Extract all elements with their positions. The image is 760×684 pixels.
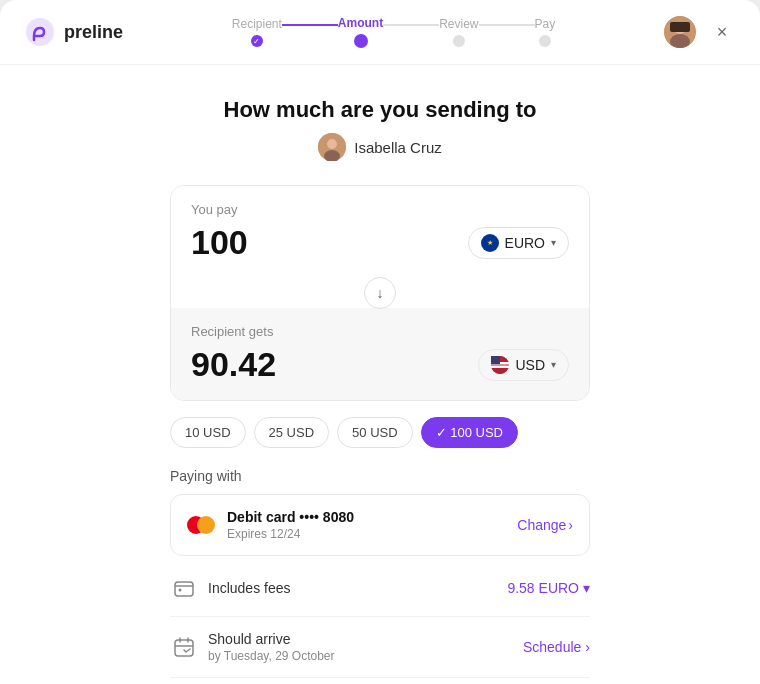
amount-card: You pay 100 ★ EURO ▾ ↓ Recipient gets 90… bbox=[170, 185, 590, 401]
step-pay-label: Pay bbox=[535, 17, 556, 31]
mastercard-right-circle bbox=[197, 516, 215, 534]
delivery-icon bbox=[170, 633, 198, 661]
fees-icon bbox=[170, 574, 198, 602]
swap-button[interactable]: ↓ bbox=[364, 277, 396, 309]
mastercard-icon bbox=[187, 516, 215, 534]
logo: preline bbox=[24, 16, 123, 48]
quick-amounts: 10 USD 25 USD 50 USD ✓ 100 USD bbox=[170, 417, 590, 448]
svg-rect-10 bbox=[491, 365, 509, 368]
close-button[interactable]: × bbox=[708, 18, 736, 46]
connector-3 bbox=[479, 24, 535, 26]
schedule-button[interactable]: Schedule › bbox=[523, 639, 590, 655]
step-pay-dot bbox=[539, 35, 551, 47]
recipient-gets-label: Recipient gets bbox=[191, 324, 569, 339]
modal-container: preline Recipient ✓ Amount Review Pay bbox=[0, 0, 760, 684]
avatar bbox=[664, 16, 696, 48]
you-pay-amount: 100 bbox=[191, 223, 248, 262]
schedule-chevron-icon: › bbox=[585, 639, 590, 655]
step-review-label: Review bbox=[439, 17, 478, 31]
header-right: × bbox=[664, 16, 736, 48]
svg-point-6 bbox=[327, 139, 337, 149]
recipient-gets-amount: 90.42 bbox=[191, 345, 276, 384]
recipient-gets-row: 90.42 USD ▾ bbox=[191, 345, 569, 384]
delivery-row: Should arrive by Tuesday, 29 October Sch… bbox=[170, 617, 590, 678]
step-amount-label: Amount bbox=[338, 16, 383, 30]
logo-text: preline bbox=[64, 22, 123, 43]
usd-chevron-icon: ▾ bbox=[551, 359, 556, 370]
page-title: How much are you sending to bbox=[224, 97, 537, 123]
recipient-name: Isabella Cruz bbox=[354, 139, 442, 156]
fees-amount: 9.58 EURO bbox=[507, 580, 579, 596]
fees-label: Includes fees bbox=[208, 580, 291, 596]
logo-icon bbox=[24, 16, 56, 48]
usd-currency-selector[interactable]: USD ▾ bbox=[478, 349, 569, 381]
paying-with-section: Paying with Debit card •••• 8080 Expires… bbox=[170, 468, 590, 556]
swap-row: ↓ bbox=[171, 277, 589, 309]
quick-25-button[interactable]: 25 USD bbox=[254, 417, 330, 448]
you-pay-row: 100 ★ EURO ▾ bbox=[191, 223, 569, 262]
step-pay: Pay bbox=[535, 17, 556, 47]
svg-rect-14 bbox=[175, 640, 193, 656]
info-rows: Includes fees 9.58 EURO ▾ bbox=[170, 560, 590, 678]
card-name: Debit card •••• 8080 bbox=[227, 509, 354, 525]
svg-point-13 bbox=[179, 589, 182, 592]
connector-2 bbox=[383, 24, 439, 26]
paying-with-title: Paying with bbox=[170, 468, 590, 484]
avatar-image bbox=[664, 16, 696, 48]
step-review-dot bbox=[453, 35, 465, 47]
you-pay-section: You pay 100 ★ EURO ▾ bbox=[171, 186, 589, 278]
quick-100-label: 100 USD bbox=[450, 425, 503, 440]
quick-100-check-icon: ✓ bbox=[436, 425, 451, 440]
fees-left: Includes fees bbox=[170, 574, 291, 602]
svg-point-0 bbox=[26, 18, 54, 46]
usd-flag-icon bbox=[491, 356, 509, 374]
recipient-gets-section: Recipient gets 90.42 USD bbox=[171, 308, 589, 400]
svg-rect-11 bbox=[491, 356, 500, 364]
step-recipient: Recipient ✓ bbox=[232, 17, 282, 47]
euro-currency-label: EURO bbox=[505, 235, 545, 251]
fees-row: Includes fees 9.58 EURO ▾ bbox=[170, 560, 590, 617]
step-amount: Amount bbox=[338, 16, 383, 48]
payment-card-left: Debit card •••• 8080 Expires 12/24 bbox=[187, 509, 354, 541]
quick-100-button[interactable]: ✓ 100 USD bbox=[421, 417, 518, 448]
you-pay-label: You pay bbox=[191, 202, 569, 217]
change-label: Change bbox=[517, 517, 566, 533]
recipient-row: Isabella Cruz bbox=[318, 133, 442, 161]
euro-chevron-icon: ▾ bbox=[551, 237, 556, 248]
svg-rect-4 bbox=[670, 22, 690, 32]
main-content: How much are you sending to Isabella Cru… bbox=[0, 65, 760, 684]
usd-currency-label: USD bbox=[515, 357, 545, 373]
quick-10-button[interactable]: 10 USD bbox=[170, 417, 246, 448]
fees-value[interactable]: 9.58 EURO ▾ bbox=[507, 580, 590, 596]
schedule-label: Schedule bbox=[523, 639, 581, 655]
header: preline Recipient ✓ Amount Review Pay bbox=[0, 0, 760, 65]
euro-flag-icon: ★ bbox=[481, 234, 499, 252]
step-recipient-dot: ✓ bbox=[251, 35, 263, 47]
delivery-info: Should arrive by Tuesday, 29 October bbox=[208, 631, 335, 663]
steps-row: Recipient ✓ Amount Review Pay bbox=[123, 16, 664, 48]
euro-currency-selector[interactable]: ★ EURO ▾ bbox=[468, 227, 569, 259]
quick-50-button[interactable]: 50 USD bbox=[337, 417, 413, 448]
fees-chevron-icon: ▾ bbox=[583, 580, 590, 596]
step-recipient-label: Recipient bbox=[232, 17, 282, 31]
connector-1 bbox=[282, 24, 338, 26]
step-amount-dot bbox=[354, 34, 368, 48]
payment-info: Debit card •••• 8080 Expires 12/24 bbox=[227, 509, 354, 541]
change-chevron-icon: › bbox=[568, 517, 573, 533]
payment-card: Debit card •••• 8080 Expires 12/24 Chang… bbox=[170, 494, 590, 556]
delivery-left: Should arrive by Tuesday, 29 October bbox=[170, 631, 335, 663]
delivery-sub: by Tuesday, 29 October bbox=[208, 649, 335, 663]
recipient-avatar bbox=[318, 133, 346, 161]
svg-rect-12 bbox=[175, 582, 193, 596]
change-button[interactable]: Change › bbox=[517, 517, 573, 533]
card-expiry: Expires 12/24 bbox=[227, 527, 354, 541]
step-review: Review bbox=[439, 17, 478, 47]
delivery-label: Should arrive bbox=[208, 631, 335, 647]
